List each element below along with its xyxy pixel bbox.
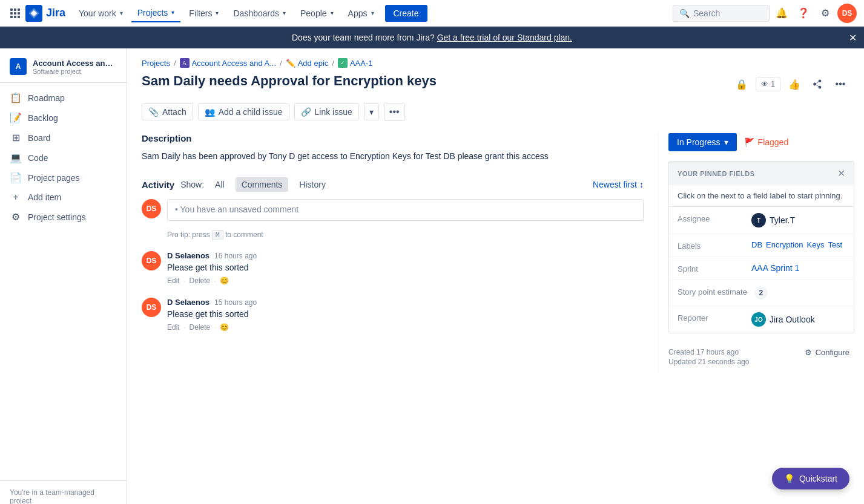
sort-button[interactable]: Newest first ↕ [593, 180, 644, 189]
label-db[interactable]: DB [751, 240, 762, 249]
comment-text-0: Please get this sorted [167, 263, 644, 272]
comment-actions-1: Edit · Delete · 😊 [167, 322, 644, 332]
share-button[interactable] [808, 75, 826, 93]
breadcrumb-epic-link[interactable]: Add epic [298, 59, 329, 68]
pinned-fields-title: YOUR PINNED FIELDS [678, 170, 755, 177]
watch-button[interactable]: 👁 1 [756, 77, 780, 91]
settings-button[interactable]: ⚙ [816, 4, 835, 23]
story-point-badge: 2 [754, 286, 768, 299]
pinned-fields-close-button[interactable]: ✕ [837, 168, 845, 179]
sidebar-item-project-pages[interactable]: 📄 Project pages [0, 168, 127, 188]
comment-input[interactable]: • You have an unsaved comment [167, 199, 644, 221]
attach-button[interactable]: 📎 Attach [142, 103, 193, 120]
updated-timestamp: Updated 21 seconds ago [668, 358, 749, 366]
nav-your-work[interactable]: Your work ▾ [73, 5, 129, 22]
created-timestamp: Created 17 hours ago [668, 348, 749, 356]
breadcrumb-project-link[interactable]: Account Access and A... [192, 59, 276, 68]
code-icon: 💻 [10, 152, 22, 163]
comment-author-0: D Selaenos [167, 251, 209, 260]
add-child-issue-button[interactable]: 👥 Add a child issue [198, 103, 289, 120]
board-icon: ⊞ [10, 132, 22, 143]
story-points-value[interactable]: 2 [754, 286, 768, 299]
nav-apps[interactable]: Apps ▾ [342, 5, 380, 22]
pages-icon: 📄 [10, 172, 22, 183]
breadcrumb-issue-link[interactable]: AAA-1 [350, 59, 373, 68]
comment-author-1: D Selaenos [167, 298, 209, 307]
tab-comments[interactable]: Comments [236, 177, 289, 192]
svg-rect-5 [18, 12, 20, 15]
svg-rect-4 [14, 12, 16, 15]
edit-comment-1[interactable]: Edit [167, 323, 180, 332]
issue-header-actions: 🔒 👁 1 👍 ••• [733, 73, 849, 93]
backlog-icon: 📝 [10, 112, 22, 123]
label-encryption[interactable]: Encryption [766, 240, 803, 249]
status-button[interactable]: In Progress ▾ [668, 133, 737, 151]
search-input[interactable]: 🔍 Search [673, 5, 770, 22]
sidebar-item-backlog[interactable]: 📝 Backlog [0, 108, 127, 128]
sidebar-item-code[interactable]: 💻 Code [0, 148, 127, 168]
more-options-button[interactable]: ••• [831, 75, 849, 93]
extra-options-button[interactable]: ••• [384, 103, 405, 121]
tab-all[interactable]: All [209, 177, 231, 192]
lock-button[interactable]: 🔒 [733, 75, 751, 93]
main-content: Projects / A Account Access and A... / ✏… [127, 48, 864, 504]
label-keys[interactable]: Keys [806, 240, 824, 249]
description-heading: Description [142, 133, 644, 143]
thumbsup-button[interactable]: 👍 [785, 75, 803, 93]
banner-close-button[interactable]: ✕ [849, 32, 857, 44]
comment-item: DS D Selaenos 16 hours ago Please get th… [142, 251, 644, 286]
chevron-down-icon: ▾ [120, 10, 123, 16]
comment-time-0: 16 hours ago [214, 252, 257, 260]
delete-comment-0[interactable]: Delete [190, 277, 211, 285]
banner-link[interactable]: Get a free trial of our Standard plan. [437, 33, 572, 42]
tab-history[interactable]: History [293, 177, 332, 192]
sidebar-item-project-settings[interactable]: ⚙ Project settings [0, 207, 127, 227]
assignee-value[interactable]: T Tyler.T [751, 213, 795, 227]
story-points-field: Story point estimate 2 [669, 280, 854, 306]
jira-logo[interactable]: Jira [25, 5, 65, 22]
reporter-value[interactable]: JO Jira Outlook [751, 312, 815, 327]
more-actions-dropdown[interactable]: ▾ [364, 103, 379, 120]
comment-item: DS D Selaenos 15 hours ago Please get th… [142, 298, 644, 332]
app-switcher[interactable] [7, 5, 23, 21]
flag-icon: 🚩 [744, 137, 754, 147]
reporter-label: Reporter [678, 312, 744, 322]
configure-button[interactable]: ⚙ Configure [800, 345, 854, 359]
nav-dashboards[interactable]: Dashboards ▾ [227, 5, 292, 22]
pinned-fields-header: YOUR PINNED FIELDS ✕ [669, 162, 854, 185]
help-button[interactable]: ❓ [794, 4, 813, 23]
roadmap-icon: 📋 [10, 92, 22, 103]
nav-projects[interactable]: Projects ▾ [131, 4, 181, 22]
quickstart-button[interactable]: 💡 Quickstart [772, 468, 849, 489]
react-comment-1[interactable]: 😊 [220, 323, 229, 332]
keyboard-hint: M [212, 230, 223, 240]
promo-banner: Does your team need more from Jira? Get … [0, 27, 864, 48]
link-issue-button[interactable]: 🔗 Link issue [294, 103, 359, 120]
edit-comment-0[interactable]: Edit [167, 277, 180, 285]
breadcrumb-issue: ✓ AAA-1 [338, 58, 373, 68]
nav-people[interactable]: People ▾ [294, 5, 340, 22]
assignee-field: Assignee T Tyler.T [669, 207, 854, 234]
description-text: Sam Daily has been approved by Tony D ge… [142, 149, 644, 163]
delete-comment-1[interactable]: Delete [190, 323, 211, 332]
project-icon: A [10, 58, 27, 75]
create-button[interactable]: Create [385, 5, 427, 22]
description-section: Description Sam Daily has been approved … [142, 133, 644, 163]
user-avatar[interactable]: DS [837, 4, 857, 23]
label-test[interactable]: Test [828, 240, 842, 249]
link-icon: 🔗 [301, 107, 311, 117]
sidebar-item-add-item[interactable]: + Add item [0, 188, 127, 207]
sidebar-item-roadmap[interactable]: 📋 Roadmap [0, 88, 127, 108]
settings-icon: ⚙ [10, 211, 22, 223]
current-user-avatar: DS [142, 199, 161, 218]
sidebar-item-board[interactable]: ⊞ Board [0, 128, 127, 148]
breadcrumb-projects[interactable]: Projects [142, 59, 170, 68]
nav-filters[interactable]: Filters ▾ [183, 5, 225, 22]
react-comment-0[interactable]: 😊 [220, 277, 229, 285]
notifications-button[interactable]: 🔔 [772, 4, 791, 23]
status-row: In Progress ▾ 🚩 Flagged [668, 133, 854, 151]
sprint-link[interactable]: AAA Sprint 1 [751, 263, 799, 273]
svg-rect-7 [14, 16, 16, 18]
add-icon: + [10, 192, 22, 203]
activity-heading: Activity [142, 180, 174, 190]
